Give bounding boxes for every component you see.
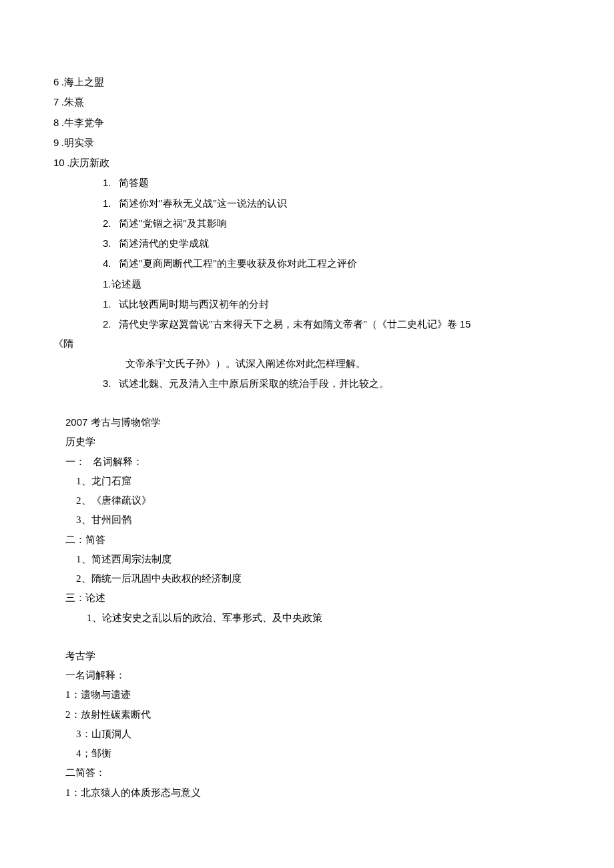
subsection-label: 历史学 xyxy=(53,432,561,452)
year-number: 2007 xyxy=(65,416,91,428)
item-text: 试比较西周时期与西汉初年的分封 xyxy=(111,299,269,310)
list-item: 9 .明实录 xyxy=(53,133,561,153)
subsection-label: 考古学 xyxy=(53,646,561,666)
item-text: 试述北魏、元及清入主中原后所采取的统治手段，并比较之。 xyxy=(111,378,389,389)
list-item: 1、简述西周宗法制度 xyxy=(53,550,561,569)
item-text: 简述你对"春秋无义战"这一说法的认识 xyxy=(111,198,288,209)
list-item-continuation: 《隋 xyxy=(53,334,561,354)
section-heading: 三：论述 xyxy=(53,588,561,608)
section-heading: 1.论述题 xyxy=(53,274,561,294)
item-number: 1. xyxy=(103,197,111,209)
spacer xyxy=(53,394,561,412)
item-number: 2. xyxy=(103,318,111,330)
spacer xyxy=(53,628,561,646)
list-item: 7 .朱熹 xyxy=(53,92,561,112)
list-item: 2：放射性碳素断代 xyxy=(53,705,561,725)
section-heading: 一： 名词解释： xyxy=(53,452,561,472)
list-item: 1：北京猿人的体质形态与意义 xyxy=(53,783,561,803)
item-text: 简答题 xyxy=(111,177,149,188)
list-item: 2. 简述"党锢之祸"及其影响 xyxy=(53,213,561,234)
list-item: 1. 简述你对"春秋无义战"这一说法的认识 xyxy=(53,193,561,213)
list-item: 3. 试述北魏、元及清入主中原后所采取的统治手段，并比较之。 xyxy=(53,374,561,394)
section-heading: 1. 简答题 xyxy=(53,173,561,193)
item-text: .朱熹 xyxy=(59,97,84,107)
list-item: 1、论述安史之乱以后的政治、军事形式、及中央政策 xyxy=(53,608,561,628)
item-number: 1. xyxy=(103,177,111,188)
list-item: 3. 简述清代的史学成就 xyxy=(53,234,561,254)
item-tail-number: 15 xyxy=(460,318,471,330)
item-text: 简述清代的史学成就 xyxy=(111,238,209,249)
item-text: .牛李党争 xyxy=(59,117,104,128)
list-item: 1、龙门石窟 xyxy=(53,472,561,491)
item-number: 4. xyxy=(103,258,111,269)
list-item: 3、甘州回鹘 xyxy=(53,510,561,530)
item-text: 文帝杀宇文氏子孙》）。试深入阐述你对此怎样理解。 xyxy=(125,358,366,369)
item-text: .庆历新政 xyxy=(65,157,110,168)
list-item: 4；邹衡 xyxy=(53,744,561,763)
list-item: 2、隋统一后巩固中央政权的经济制度 xyxy=(53,569,561,588)
list-item: 3：山顶洞人 xyxy=(53,725,561,744)
section-title: 2007 考古与博物馆学 xyxy=(53,412,561,432)
list-item: 2、《唐律疏议》 xyxy=(53,491,561,510)
section-heading: 一名词解释： xyxy=(53,666,561,685)
list-item: 6 .海上之盟 xyxy=(53,72,561,92)
list-item: 2. 清代史学家赵翼曾说"古来得天下之易，未有如隋文帝者"（《廿二史札记》卷 1… xyxy=(53,314,561,334)
item-text: 简述"夏商周断代工程"的主要收获及你对此工程之评价 xyxy=(111,258,358,269)
item-text: 《隋 xyxy=(53,338,73,349)
item-text: .明实录 xyxy=(59,137,94,148)
item-number: 3. xyxy=(103,238,111,249)
list-item: 1. 试比较西周时期与西汉初年的分封 xyxy=(53,294,561,314)
list-item-continuation: 文帝杀宇文氏子孙》）。试深入阐述你对此怎样理解。 xyxy=(53,354,561,374)
section-heading: 二：简答 xyxy=(53,530,561,550)
item-number: 3. xyxy=(103,378,111,389)
section-heading: 二简答： xyxy=(53,763,561,783)
item-number: 1. xyxy=(103,278,111,290)
list-item: 8 .牛李党争 xyxy=(53,113,561,133)
item-text: 论述题 xyxy=(111,279,141,290)
list-item: 10 .庆历新政 xyxy=(53,153,561,173)
item-text: 清代史学家赵翼曾说"古来得天下之易，未有如隋文帝者"（《廿二史札记》卷 xyxy=(111,319,460,330)
item-text: 简述"党锢之祸"及其影响 xyxy=(111,218,228,229)
list-item: 4. 简述"夏商周断代工程"的主要收获及你对此工程之评价 xyxy=(53,254,561,274)
item-number: 2. xyxy=(103,218,111,229)
item-text: .海上之盟 xyxy=(59,77,104,87)
title-text: 考古与博物馆学 xyxy=(91,417,161,428)
list-item: 1：遗物与遗迹 xyxy=(53,685,561,705)
item-number: 1. xyxy=(103,298,111,310)
item-number: 10 xyxy=(53,157,65,168)
document-page: 6 .海上之盟 7 .朱熹 8 .牛李党争 9 .明实录 10 .庆历新政 1.… xyxy=(0,0,614,843)
